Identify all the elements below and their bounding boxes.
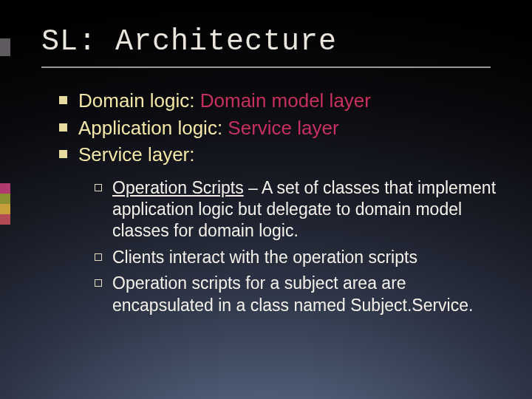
accent-bar [0,204,10,214]
bullet-list: Domain logic: Domain model layer Applica… [56,89,499,316]
slide: SL: Architecture Domain logic: Domain mo… [0,0,532,399]
highlight-text: Service layer [228,117,338,139]
content-area: Domain logic: Domain model layer Applica… [56,89,499,321]
sub-bullet-item: Clients interact with the operation scri… [93,247,499,268]
bullet-item: Domain logic: Domain model layer [56,89,499,113]
accent-bar [0,194,10,204]
accent-bars [0,0,10,399]
underlined-term: Operation Scripts [112,178,244,197]
sub-bullet-item: Operation Scripts – A set of classes tha… [93,177,499,242]
bullet-text: Domain logic: [78,89,195,112]
slide-title: SL: Architecture [41,25,337,58]
sub-bullet-text: Operation scripts for a subject area are… [112,273,473,314]
sub-bullet-item: Operation scripts for a subject area are… [93,273,499,316]
accent-bar [0,183,10,194]
bullet-text: Application logic: [78,117,222,139]
sub-bullet-list: Operation Scripts – A set of classes tha… [78,177,499,317]
bullet-item: Application logic: Service layer [56,116,499,140]
highlight-text: Domain model layer [200,89,371,112]
title-underline [41,66,491,68]
accent-bar [0,38,10,56]
accent-bar [0,214,10,225]
bullet-item: Service layer: Operation Scripts – A set… [56,143,499,316]
bullet-text: Service layer: [78,143,195,166]
sub-bullet-text: Clients interact with the operation scri… [112,248,417,267]
